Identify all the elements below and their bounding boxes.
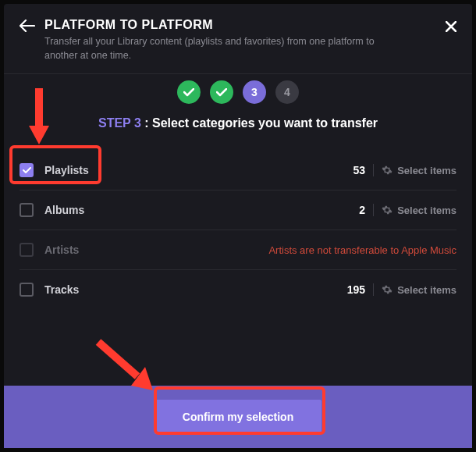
checkbox-artists xyxy=(20,243,34,257)
step-2-done[interactable] xyxy=(210,80,233,104)
checkbox-tracks[interactable] xyxy=(20,283,34,297)
step-number-label: STEP 3 xyxy=(98,116,141,130)
category-row-playlists: Playlists 53 Select items xyxy=(20,151,456,190)
category-label: Playlists xyxy=(44,164,353,176)
checkbox-playlists[interactable] xyxy=(20,163,34,177)
confirm-selection-button[interactable]: Confirm my selection xyxy=(155,400,321,434)
divider xyxy=(373,164,374,176)
gear-icon xyxy=(382,165,393,176)
close-icon[interactable] xyxy=(446,20,456,36)
step-1-done[interactable] xyxy=(177,80,201,104)
modal-subtitle: Transfer all your Library content (playl… xyxy=(44,35,403,62)
modal-title: PLATFORM TO PLATFORM xyxy=(44,18,446,32)
back-arrow-icon[interactable] xyxy=(20,20,35,35)
select-items-link[interactable]: Select items xyxy=(397,284,456,296)
step-description: : Select categories you want to transfer xyxy=(141,116,378,130)
gear-icon xyxy=(382,284,393,295)
category-row-artists: Artists Artists are not transferable to … xyxy=(20,230,456,270)
category-count: 195 xyxy=(347,283,365,296)
category-error: Artists are not transferable to Apple Mu… xyxy=(268,244,456,256)
category-list: Playlists 53 Select items Albums 2 Selec… xyxy=(4,151,472,386)
modal-header: PLATFORM TO PLATFORM Transfer all your L… xyxy=(4,4,472,74)
stepper: 3 4 xyxy=(4,74,472,113)
select-items-link[interactable]: Select items xyxy=(397,165,456,176)
checkbox-albums[interactable] xyxy=(20,203,34,217)
step-4-pending: 4 xyxy=(275,80,299,104)
category-row-albums: Albums 2 Select items xyxy=(20,190,456,230)
modal-footer: Confirm my selection xyxy=(4,386,472,448)
category-label: Artists xyxy=(44,244,268,256)
category-label: Tracks xyxy=(44,283,347,296)
category-count: 53 xyxy=(353,164,366,176)
transfer-modal: PLATFORM TO PLATFORM Transfer all your L… xyxy=(4,4,472,448)
divider xyxy=(373,283,374,296)
step-heading: STEP 3 : Select categories you want to t… xyxy=(4,113,472,151)
category-count: 2 xyxy=(359,204,365,216)
category-row-tracks: Tracks 195 Select items xyxy=(20,270,456,309)
gear-icon xyxy=(382,205,393,215)
select-items-link[interactable]: Select items xyxy=(397,205,456,216)
category-label: Albums xyxy=(44,204,359,216)
divider xyxy=(373,204,374,216)
step-3-current[interactable]: 3 xyxy=(243,80,266,104)
